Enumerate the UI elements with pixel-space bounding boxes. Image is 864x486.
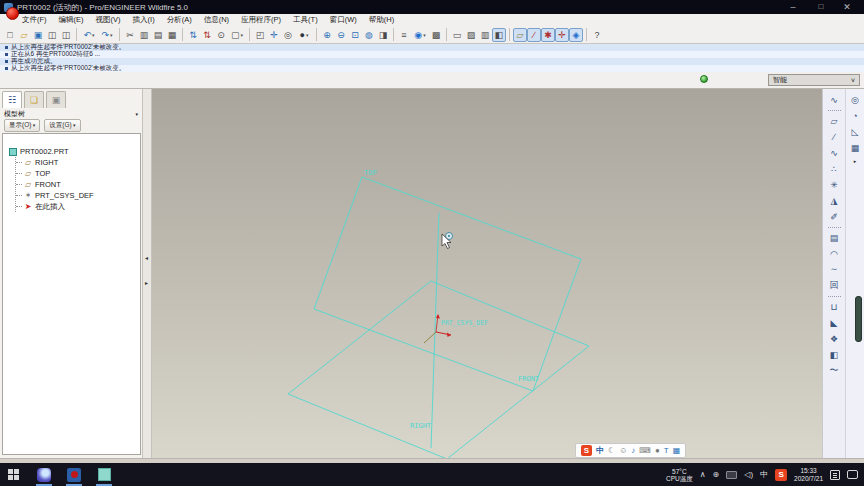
layers-icon[interactable]: ≡ (397, 28, 411, 42)
round-tool-icon[interactable]: ◔ (848, 108, 863, 123)
copy-image-icon[interactable]: ▩ (429, 28, 443, 42)
pattern-table-icon[interactable]: ▦ (848, 140, 863, 155)
blend-icon[interactable]: 回 (827, 278, 842, 293)
wireframe-icon[interactable]: ▭ (450, 28, 464, 42)
layer-tree-tab[interactable]: ❏ (24, 91, 44, 108)
spin-center-icon[interactable]: ✛ (267, 28, 281, 42)
sketch-tool-icon[interactable]: ◮ (827, 193, 842, 208)
sash-collapse-icon[interactable]: ▸ (145, 279, 148, 286)
settings-button[interactable]: 设置(G) (44, 119, 80, 132)
action-center-icon[interactable] (830, 470, 840, 480)
toolbox-icon[interactable]: ▦ (673, 444, 681, 457)
copy-icon[interactable]: ▥ (137, 28, 151, 42)
saved-views-icon[interactable]: ◎ (281, 28, 295, 42)
axis-display-icon[interactable]: ∕ (527, 28, 541, 42)
chamfer-tool-icon[interactable]: ◺ (848, 124, 863, 139)
annotation-display-icon[interactable]: ◈ (569, 28, 583, 42)
taskbar-app-media[interactable] (32, 463, 56, 486)
skin-shirt-icon[interactable]: T (664, 444, 669, 457)
show-button[interactable]: 显示(O) (4, 119, 40, 132)
paste-special-icon[interactable]: ▦ (165, 28, 179, 42)
new-file-icon[interactable]: □ (3, 28, 17, 42)
taskbar-app-proe[interactable] (92, 463, 116, 486)
close-button[interactable]: ✕ (836, 0, 858, 14)
mirror-icon[interactable]: ◧ (827, 347, 842, 362)
rib-icon[interactable]: ◣ (827, 315, 842, 330)
enlarge-icon[interactable]: ◰ (253, 28, 267, 42)
datum-plane-outline[interactable] (314, 177, 581, 391)
datum-plane-edge[interactable] (431, 213, 439, 448)
regen-manager-icon[interactable]: ⇅ (200, 28, 214, 42)
cut-icon[interactable]: ✂ (123, 28, 137, 42)
hidden-line-icon[interactable]: ▨ (464, 28, 478, 42)
shaded-icon[interactable]: ◧ (492, 28, 506, 42)
graphics-viewport[interactable]: TOP FRONT RIGHT PRT_CSYS_DEF (152, 89, 822, 458)
repaint-icon[interactable]: ◍ (362, 28, 376, 42)
zoom-in-icon[interactable]: ⊕ (320, 28, 334, 42)
taskbar-app-recorder[interactable] (62, 463, 86, 486)
zoom-out-icon[interactable]: ⊖ (334, 28, 348, 42)
menu-tools[interactable]: 工具(T) (287, 14, 324, 26)
ime-mode-chinese[interactable]: 中 (596, 444, 604, 457)
toolbar-scroll-thumb[interactable] (855, 296, 862, 342)
reorient-icon[interactable]: ◨ (376, 28, 390, 42)
selection-filter-dropdown[interactable]: 智能 ˅ (768, 74, 860, 86)
model-tree[interactable]: PRT0002.PRT ▱ RIGHT ▱ TOP ▱ FRONT (2, 133, 141, 455)
appearance-icon[interactable]: ◉ (411, 28, 429, 42)
datum-csys-icon[interactable]: ✳ (827, 177, 842, 192)
tree-item-front[interactable]: ▱ FRONT (16, 179, 140, 190)
emoji-icon[interactable]: ☺ (619, 444, 627, 457)
speaker-icon[interactable]: ◁) (744, 470, 753, 479)
menu-window[interactable]: 窗口(W) (324, 14, 363, 26)
plane-display-icon[interactable]: ▱ (513, 28, 527, 42)
tree-item-csys[interactable]: ✶ PRT_CSYS_DEF (16, 190, 140, 201)
start-button[interactable] (0, 463, 26, 486)
hole-tool-icon[interactable]: ◎ (848, 92, 863, 107)
warp-icon[interactable]: 〜 (827, 363, 842, 378)
insert-datum-icon[interactable]: ✐ (827, 209, 842, 224)
save-icon[interactable]: ▣ (31, 28, 45, 42)
datum-plane-icon[interactable]: ▱ (827, 113, 842, 128)
chevron-down-icon[interactable]: ▾ (135, 111, 138, 117)
panel-sash[interactable]: ◂ ▸ (143, 89, 152, 458)
menu-edit[interactable]: 编辑(E) (53, 14, 90, 26)
datum-plane-outline[interactable] (288, 281, 589, 458)
quick-print-icon[interactable]: ◫ (59, 28, 73, 42)
mic-icon[interactable]: ♪ (631, 444, 635, 457)
pattern-icon[interactable]: ❖ (827, 331, 842, 346)
plane-label-top[interactable]: TOP (364, 169, 377, 177)
taskbar-clock[interactable]: 15:33 2020/7/21 (794, 467, 823, 482)
refit-icon[interactable]: ⊡ (348, 28, 362, 42)
tree-item-right[interactable]: ▱ RIGHT (16, 157, 140, 168)
point-display-icon[interactable]: ✱ (541, 28, 555, 42)
regenerate-icon[interactable]: ⇅ (186, 28, 200, 42)
redo-icon[interactable]: ↷ (98, 28, 116, 42)
tree-item-root[interactable]: PRT0002.PRT (9, 146, 140, 157)
shell-icon[interactable]: ⊔ (827, 299, 842, 314)
sweep-icon[interactable]: ～ (827, 262, 842, 277)
menu-info[interactable]: 信息(N) (198, 14, 235, 26)
ime-indicator[interactable]: 中 (760, 469, 768, 480)
menu-insert[interactable]: 插入(I) (127, 14, 161, 26)
datum-point-icon[interactable]: ∴ (827, 161, 842, 176)
menu-help[interactable]: 帮助(H) (363, 14, 400, 26)
paste-icon[interactable]: ▤ (151, 28, 165, 42)
revolve-icon[interactable]: ◠ (827, 246, 842, 261)
ime-toolbar[interactable]: S 中 ☾ ☺ ♪ ⌨ ● T ▦ (575, 443, 686, 458)
regen-status-icon[interactable] (700, 75, 708, 83)
datum-curve-icon[interactable]: ∿ (827, 145, 842, 160)
flyout-arrow-icon[interactable]: ▸ (854, 158, 857, 164)
shade-sphere-icon[interactable]: ● (295, 28, 313, 42)
plane-label-front[interactable]: FRONT (518, 375, 540, 383)
menu-analysis[interactable]: 分析(A) (161, 14, 198, 26)
print-icon[interactable]: ◫ (45, 28, 59, 42)
folder-browser-tab[interactable]: ▣ (46, 91, 66, 108)
tree-item-top[interactable]: ▱ TOP (16, 168, 140, 179)
keyboard-icon[interactable]: ⌨ (639, 444, 651, 457)
style-curve-icon[interactable]: ∿ (827, 92, 842, 107)
chat-icon[interactable] (847, 470, 858, 479)
battery-icon[interactable] (726, 471, 737, 479)
sogou-tray-icon[interactable]: S (775, 469, 787, 481)
message-area[interactable]: 从上次再生起零件'PRT0002'未被改变。 正在从6 再生PRT0002特征6… (0, 44, 864, 72)
extrude-icon[interactable]: ▤ (827, 230, 842, 245)
